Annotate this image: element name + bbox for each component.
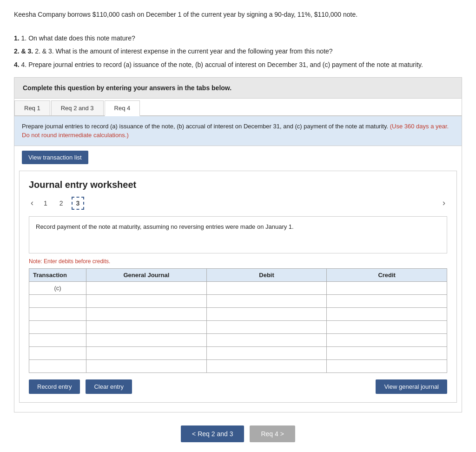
table-row-debit-1[interactable] — [206, 294, 327, 307]
table-row-credit-0[interactable] — [327, 281, 447, 294]
debit-input-4[interactable] — [210, 336, 324, 345]
credit-input-1[interactable] — [330, 297, 444, 306]
complete-box: Complete this question by entering your … — [14, 77, 462, 99]
table-row-transaction-1 — [29, 294, 86, 307]
tab-req2and3[interactable]: Req 2 and 3 — [51, 100, 104, 115]
table-row-credit-4[interactable] — [327, 333, 447, 346]
gj-input-0[interactable] — [89, 284, 204, 292]
table-row-credit-5[interactable] — [327, 346, 447, 359]
table-row-debit-3[interactable] — [206, 320, 327, 333]
problem-q1: 1. 1. On what date does this note mature… — [14, 33, 462, 43]
table-row-gj-2[interactable] — [86, 307, 207, 320]
col-debit: Debit — [206, 268, 327, 281]
table-row-gj-3[interactable] — [86, 320, 207, 333]
gj-input-4[interactable] — [89, 336, 204, 345]
table-row-debit-6[interactable] — [206, 359, 327, 372]
problem-q4: 4. 4. Prepare journal entries to record … — [14, 60, 462, 70]
credit-input-3[interactable] — [330, 323, 444, 332]
next-nav-button[interactable]: Req 4 > — [250, 425, 295, 442]
journal-table: Transaction General Journal Debit Credit… — [29, 268, 447, 373]
button-row: Record entry Clear entry View general jo… — [29, 379, 447, 394]
record-entry-button[interactable]: Record entry — [29, 379, 80, 394]
table-row-debit-0[interactable] — [206, 281, 327, 294]
gj-input-1[interactable] — [89, 297, 204, 306]
tab-req1[interactable]: Req 1 — [14, 100, 50, 115]
bottom-nav: < Req 2 and 3 Req 4 > — [14, 425, 462, 442]
clear-entry-button[interactable]: Clear entry — [86, 379, 132, 394]
table-row-gj-4[interactable] — [86, 333, 207, 346]
view-general-journal-button[interactable]: View general journal — [376, 379, 447, 394]
prev-page-button[interactable]: ‹ — [29, 198, 35, 208]
debit-input-1[interactable] — [210, 297, 324, 306]
credit-input-6[interactable] — [330, 362, 444, 371]
col-general-journal: General Journal — [86, 268, 207, 281]
view-transaction-button[interactable]: View transaction list — [22, 151, 88, 164]
instruction-box: Record payment of the note at maturity, … — [29, 216, 447, 253]
credit-input-4[interactable] — [330, 336, 444, 345]
table-row-transaction-5 — [29, 346, 86, 359]
table-row-debit-4[interactable] — [206, 333, 327, 346]
table-row-gj-1[interactable] — [86, 294, 207, 307]
table-row-gj-0[interactable] — [86, 281, 207, 294]
table-row-transaction-0: (c) — [29, 281, 86, 294]
page-3[interactable]: 3 — [72, 197, 85, 210]
col-credit: Credit — [327, 268, 447, 281]
debit-input-3[interactable] — [210, 323, 324, 332]
next-page-button[interactable]: › — [441, 198, 447, 208]
col-transaction: Transaction — [29, 268, 86, 281]
worksheet-box: Journal entry worksheet ‹ 1 2 3 › Record… — [19, 171, 457, 403]
prev-nav-button[interactable]: < Req 2 and 3 — [181, 425, 244, 442]
debit-input-6[interactable] — [210, 362, 324, 371]
table-row-credit-2[interactable] — [327, 307, 447, 320]
problem-q2: 2. & 3. 2. & 3. What is the amount of in… — [14, 46, 462, 56]
gj-input-5[interactable] — [89, 349, 204, 358]
debit-input-5[interactable] — [210, 349, 324, 358]
table-row-gj-6[interactable] — [86, 359, 207, 372]
tabs-row: Req 1 Req 2 and 3 Req 4 — [14, 99, 462, 116]
credit-input-5[interactable] — [330, 349, 444, 358]
problem-text: Keesha Company borrows $110,000 cash on … — [14, 9, 462, 70]
page-1[interactable]: 1 — [40, 198, 51, 209]
problem-intro: Keesha Company borrows $110,000 cash on … — [14, 9, 462, 20]
worksheet-nav: ‹ 1 2 3 › — [29, 197, 447, 210]
tabs-container: Req 1 Req 2 and 3 Req 4 Prepare journal … — [14, 99, 462, 412]
table-row-credit-3[interactable] — [327, 320, 447, 333]
debit-input-0[interactable] — [210, 284, 324, 292]
table-row-transaction-3 — [29, 320, 86, 333]
table-row-credit-1[interactable] — [327, 294, 447, 307]
gj-input-2[interactable] — [89, 310, 204, 319]
tab-instruction: Prepare journal entries to record (a) is… — [14, 116, 462, 146]
worksheet-title: Journal entry worksheet — [29, 179, 447, 190]
credit-input-2[interactable] — [330, 310, 444, 319]
debit-input-2[interactable] — [210, 310, 324, 319]
tab-req4[interactable]: Req 4 — [105, 100, 140, 116]
page-2[interactable]: 2 — [56, 198, 67, 209]
view-transaction-area: View transaction list — [14, 146, 462, 171]
table-row-debit-5[interactable] — [206, 346, 327, 359]
table-row-transaction-2 — [29, 307, 86, 320]
gj-input-3[interactable] — [89, 323, 204, 332]
table-row-credit-6[interactable] — [327, 359, 447, 372]
credit-input-0[interactable] — [330, 284, 444, 292]
table-row-transaction-6 — [29, 359, 86, 372]
note-text: Note: Enter debits before credits. — [29, 258, 447, 265]
gj-input-6[interactable] — [89, 362, 204, 371]
table-row-debit-2[interactable] — [206, 307, 327, 320]
table-row-gj-5[interactable] — [86, 346, 207, 359]
table-row-transaction-4 — [29, 333, 86, 346]
